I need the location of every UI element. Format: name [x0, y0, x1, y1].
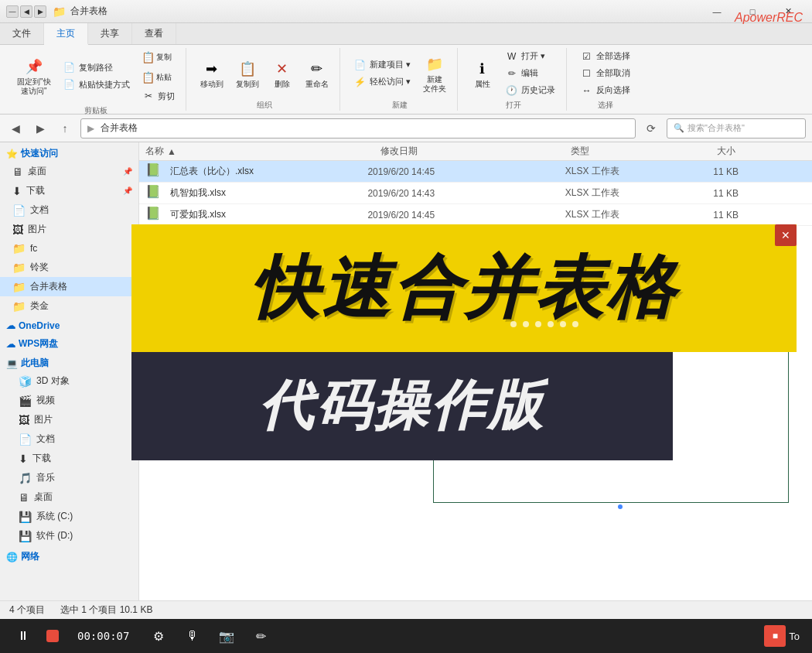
file-icon-1: 📗: [145, 162, 164, 181]
documents-icon: 📄: [19, 433, 32, 446]
sidebar-item-desk2[interactable]: 🖥 桌面: [0, 487, 138, 507]
ribbon-tab-share[interactable]: 共享: [88, 23, 132, 44]
sidebar-item-d-drive[interactable]: 💾 软件 (D:): [0, 526, 138, 545]
sidebar-item-fc[interactable]: 📁 fc: [0, 239, 138, 258]
sidebar-item-downloads[interactable]: ⬇ 下载 📌: [0, 181, 138, 200]
sidebar-item-3d[interactable]: 🧊 3D 对象: [0, 371, 138, 391]
ribbon-btn-select-all[interactable]: ☑ 全部选择: [576, 49, 635, 64]
ribbon-btn-cut[interactable]: ✂ 剪切: [138, 88, 179, 104]
nav-refresh-btn[interactable]: ⟳: [642, 119, 660, 138]
sidebar-item-lingjiang[interactable]: 📁 铃奖: [0, 258, 138, 277]
search-box[interactable]: 🔍 搜索"合并表格": [667, 118, 806, 138]
ribbon-btn-open[interactable]: W 打开 ▾: [501, 49, 560, 64]
sidebar-item-photos[interactable]: 🖼 图片: [0, 410, 138, 429]
ribbon-btn-pin[interactable]: 📌 固定到"快速访问": [12, 53, 56, 99]
excel-close-btn[interactable]: ✕: [775, 224, 797, 246]
ribbon-btn-invert-select[interactable]: ↔ 反向选择: [576, 83, 635, 98]
col-header-date[interactable]: 修改日期: [374, 145, 565, 158]
sidebar-section-network[interactable]: 🌐 网络: [0, 545, 138, 565]
play-btn[interactable]: ⏸: [12, 625, 34, 647]
screenshot-btn[interactable]: 📷: [216, 625, 237, 647]
ribbon-btn-paste-shortcut[interactable]: 📄 粘贴快捷方式: [59, 77, 135, 92]
title-forward-btn[interactable]: ▶: [34, 5, 46, 18]
sidebar-section-this-pc[interactable]: 💻 此电脑: [0, 352, 138, 371]
3d-icon: 🧊: [19, 375, 32, 388]
music-icon: 🎵: [19, 472, 32, 484]
window-minimize[interactable]: —: [699, 0, 735, 23]
address-path[interactable]: ▶ 合并表格: [80, 118, 636, 138]
ribbon-btn-copy[interactable]: 📋 复制: [138, 48, 179, 67]
sort-icon: ▲: [167, 146, 176, 157]
title-bar-text: 合并表格: [70, 5, 699, 18]
ribbon-btn-copyto[interactable]: 📋 复制到: [231, 55, 264, 92]
ribbon-btn-delete[interactable]: ✕ 删除: [267, 55, 298, 92]
file-name-1: 汇总表（比心）.xlsx: [170, 165, 367, 178]
dot-6: [572, 321, 578, 327]
col-header-name[interactable]: 名称 ▲: [139, 145, 374, 158]
sidebar-item-merge-table[interactable]: 📁 合并表格: [0, 277, 138, 296]
file-row-2[interactable]: 📗 机智如我.xlsx 2019/6/20 14:43 XLSX 工作表 11 …: [139, 183, 812, 204]
ribbon-btn-easy-access[interactable]: ⚡ 轻松访问 ▾: [350, 74, 415, 90]
paste-shortcut-icon: 📄: [63, 78, 76, 91]
audio-btn[interactable]: 🎙: [182, 625, 203, 647]
copyto-icon: 📋: [237, 58, 258, 80]
new-small-group: 📄 新建项目 ▾ ⚡ 轻松访问 ▾: [350, 57, 415, 90]
sidebar-item-video[interactable]: 🎬 视频: [0, 391, 138, 410]
sidebar-item-pictures[interactable]: 🖼 图片: [0, 220, 138, 239]
sidebar-item-c-drive[interactable]: 💾 系统 (C:): [0, 507, 138, 526]
camera-settings-btn[interactable]: ⚙: [148, 625, 169, 647]
ribbon-tab-file[interactable]: 文件: [0, 23, 44, 44]
title-back-btn[interactable]: ◀: [20, 5, 32, 18]
select-label: 选择: [598, 100, 613, 111]
d-drive-icon: 💾: [19, 530, 32, 542]
ribbon-btn-paste[interactable]: 📋 粘贴: [138, 68, 179, 87]
ribbon-btn-move[interactable]: ➡ 移动到: [196, 55, 228, 92]
sidebar-item-desktop[interactable]: 🖥 桌面 📌: [0, 162, 138, 181]
history-icon: 🕐: [506, 84, 518, 97]
pin-icon: 📌: [23, 56, 45, 77]
c-drive-icon: 💾: [19, 511, 32, 523]
open-icon: W: [506, 50, 518, 63]
onedrive-icon: ☁: [6, 320, 15, 331]
sidebar-item-docs[interactable]: 📄 文档: [0, 200, 138, 220]
dot-3: [535, 321, 541, 327]
status-count: 4 个项目: [9, 603, 45, 617]
stop-btn[interactable]: [46, 630, 59, 642]
title-bar-window-buttons: — ◀ ▶: [6, 5, 46, 18]
nav-forward-btn[interactable]: ▶: [31, 119, 49, 138]
file-size-3: 11 KB: [713, 210, 812, 221]
sidebar-item-dl2[interactable]: ⬇ 下载: [0, 449, 138, 468]
sidebar-section-onedrive[interactable]: ☁ OneDrive: [0, 316, 138, 333]
ribbon-btn-history[interactable]: 🕐 历史记录: [501, 83, 560, 98]
annotation-btn[interactable]: ✏: [250, 625, 271, 647]
ribbon-tab-home[interactable]: 主页: [44, 23, 88, 45]
sidebar-section-quick-access[interactable]: ⭐ 快速访问: [0, 142, 138, 162]
end-recording-btn[interactable]: ■ To: [764, 625, 800, 647]
ribbon-btn-new-item[interactable]: 📄 新建项目 ▾: [350, 57, 415, 73]
col-header-type[interactable]: 类型: [565, 145, 711, 158]
status-selected: 选中 1 个项目 10.1 KB: [60, 603, 152, 617]
sidebar-item-documents[interactable]: 📄 文档: [0, 429, 138, 449]
sidebar-section-wps[interactable]: ☁ WPS网盘: [0, 333, 138, 352]
nav-back-btn[interactable]: ◀: [6, 119, 25, 138]
ribbon-btn-edit[interactable]: ✏ 编辑: [501, 66, 560, 81]
ribbon-btn-copy-path[interactable]: 📄 复制路径: [59, 60, 135, 75]
sidebar-item-music[interactable]: 🎵 音乐: [0, 468, 138, 487]
ribbon-btn-rename[interactable]: ✏ 重命名: [301, 55, 333, 92]
file-row-1[interactable]: 📗 汇总表（比心）.xlsx 2019/6/20 14:45 XLSX 工作表 …: [139, 161, 812, 183]
ribbon-btn-deselect-all[interactable]: ☐ 全部取消: [576, 66, 635, 81]
file-row-3[interactable]: 📗 可爱如我.xlsx 2019/6/20 14:45 XLSX 工作表 11 …: [139, 204, 812, 226]
ribbon-btn-properties[interactable]: ℹ 属性: [467, 55, 498, 92]
excel-dots: [510, 321, 578, 327]
title-minimize-btn[interactable]: —: [6, 5, 19, 18]
ribbon-tab-view[interactable]: 查看: [132, 23, 176, 44]
ribbon-group-new: 📄 新建项目 ▾ ⚡ 轻松访问 ▾ 📁 新建文件夹 新建: [343, 48, 458, 111]
sidebar-item-leijin[interactable]: 📁 类金: [0, 296, 138, 316]
ribbon-group-open: ℹ 属性 W 打开 ▾ ✏ 编辑 🕐 历史记录 打开: [461, 48, 567, 111]
fc-icon: 📁: [12, 242, 26, 255]
col-header-size[interactable]: 大小: [711, 145, 812, 158]
paste-icon: 📋: [141, 70, 156, 85]
dot-1: [510, 321, 517, 327]
nav-up-btn[interactable]: ↑: [56, 119, 74, 138]
ribbon-btn-new-folder[interactable]: 📁 新建文件夹: [418, 50, 451, 97]
